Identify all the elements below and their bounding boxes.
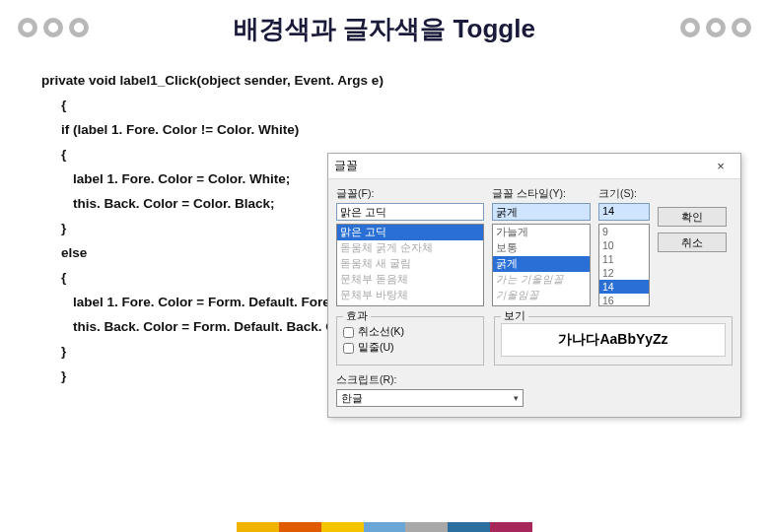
list-item[interactable]: 가는 기울임꼴 xyxy=(493,272,590,288)
code-line: { xyxy=(41,94,384,118)
preview-title: 보기 xyxy=(501,309,528,323)
code-line: if (label 1. Fore. Color != Color. White… xyxy=(41,118,384,143)
size-list[interactable]: 9 10 11 12 14 16 xyxy=(598,224,650,306)
footer-stripes xyxy=(237,522,532,532)
spacer xyxy=(658,187,727,199)
list-item[interactable]: 돋움체 새 굴림 xyxy=(337,256,483,272)
code-line: private void label1_Click(object sender,… xyxy=(41,69,384,94)
circle-icon xyxy=(706,18,726,37)
circle-icon xyxy=(43,18,63,37)
list-item[interactable]: 9 xyxy=(599,225,649,238)
dialog-title-text: 글꼴 xyxy=(334,158,707,174)
checkbox-icon[interactable] xyxy=(343,327,354,338)
list-item[interactable]: 맑은 고딕 xyxy=(337,225,483,240)
circle-icon xyxy=(680,18,700,37)
preview-group: 보기 가나다AaBbYyZz xyxy=(494,316,733,366)
style-label: 글꼴 스타일(Y): xyxy=(492,187,591,201)
dialog-titlebar[interactable]: 글꼴 × xyxy=(328,154,740,179)
font-list[interactable]: 맑은 고딕 돋움체 굵게 순자체 돋움체 새 굴림 문체부 돋음체 문체부 바탕… xyxy=(336,224,484,306)
effects-group: 효과 취소선(K) 밑줄(U) xyxy=(336,316,484,366)
list-item[interactable]: 굵은 기울임꼴 xyxy=(493,303,590,306)
underline-checkbox[interactable]: 밑줄(U) xyxy=(343,341,477,355)
script-dropdown[interactable]: 한글 xyxy=(336,389,524,407)
style-input[interactable]: 굵게 xyxy=(492,203,591,221)
list-item[interactable]: 가늘게 xyxy=(493,225,590,240)
list-item[interactable]: 문체부 바탕체 xyxy=(337,288,483,303)
size-label: 크기(S): xyxy=(598,187,650,201)
stripe xyxy=(490,522,532,532)
style-list[interactable]: 가늘게 보통 굵게 가는 기울임꼴 기울임꼴 굵은 기울임꼴 xyxy=(492,224,591,306)
list-item[interactable]: 돋움체 굵게 순자체 xyxy=(337,240,483,256)
circle-icon xyxy=(732,18,751,37)
circle-icon xyxy=(18,18,37,37)
list-item[interactable]: 12 xyxy=(599,266,649,280)
decor-circles-left xyxy=(18,18,89,37)
decor-circles-right xyxy=(680,18,751,37)
stripe xyxy=(237,522,279,532)
cancel-button[interactable]: 취소 xyxy=(658,233,727,252)
list-item[interactable]: 기울임꼴 xyxy=(493,288,590,303)
list-item[interactable]: 14 xyxy=(599,280,649,294)
strike-checkbox[interactable]: 취소선(K) xyxy=(343,325,477,339)
close-icon[interactable]: × xyxy=(707,159,734,173)
list-item[interactable]: 10 xyxy=(599,238,649,252)
list-item[interactable]: 굵게 xyxy=(493,256,590,272)
font-input[interactable]: 맑은 고딕 xyxy=(336,203,484,221)
page-title: 배경색과 글자색을 Toggle xyxy=(0,12,769,46)
list-item[interactable]: 11 xyxy=(599,252,649,266)
circle-icon xyxy=(69,18,89,37)
checkbox-icon[interactable] xyxy=(343,343,354,354)
stripe xyxy=(279,522,321,532)
stripe xyxy=(405,522,448,532)
font-label: 글꼴(F): xyxy=(336,187,484,201)
effects-title: 효과 xyxy=(343,309,371,323)
size-input[interactable]: 14 xyxy=(598,203,650,221)
list-item[interactable]: 문체부 돋음체 xyxy=(337,272,483,288)
ok-button[interactable]: 확인 xyxy=(658,207,727,227)
font-dialog: 글꼴 × 글꼴(F): 맑은 고딕 맑은 고딕 돋움체 굵게 순자체 돋움체 새… xyxy=(327,153,741,418)
list-item[interactable]: 보통 xyxy=(493,240,590,256)
script-label: 스크립트(R): xyxy=(336,373,733,387)
list-item[interactable]: 16 xyxy=(599,294,649,306)
stripe xyxy=(364,522,406,532)
list-item[interactable]: 세지우 쓰기 정체 xyxy=(337,303,483,306)
stripe xyxy=(321,522,364,532)
stripe xyxy=(448,522,490,532)
preview-sample: 가나다AaBbYyZz xyxy=(501,323,726,357)
